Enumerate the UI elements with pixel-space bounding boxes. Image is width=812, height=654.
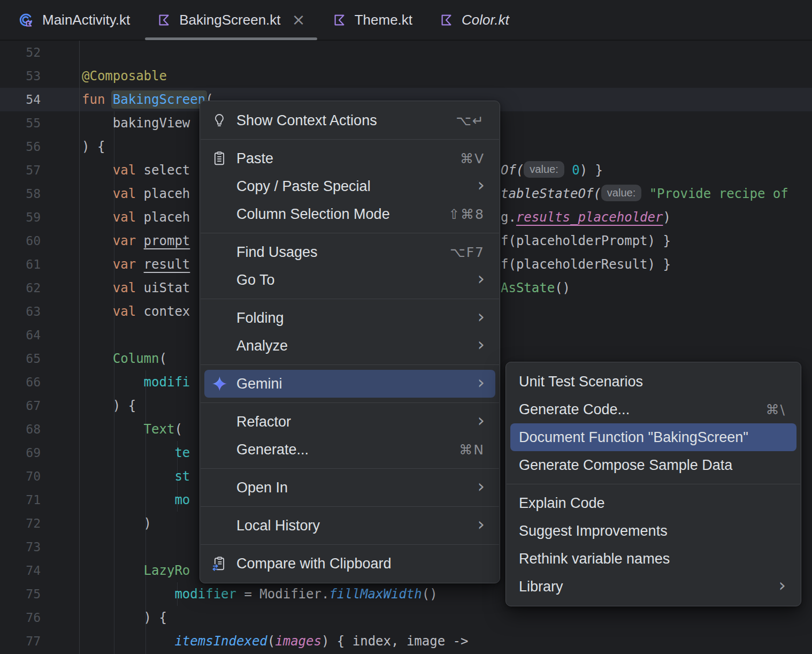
menu-item-label: Find Usages (236, 244, 437, 261)
submenu-chevron-icon: › (477, 269, 485, 287)
menu-item-suggest-improvements[interactable]: Suggest Improvements (510, 517, 796, 545)
line-number[interactable]: 62 (0, 276, 41, 300)
menu-item-find-usages[interactable]: Find Usages⌥F7 (204, 238, 495, 266)
line-number[interactable]: 59 (0, 206, 41, 229)
menu-item-show-context-actions[interactable]: Show Context Actions⌥↵ (204, 107, 495, 134)
tab-label: MainActivity.kt (42, 12, 130, 28)
menu-separator (201, 402, 499, 403)
line-number[interactable]: 72 (0, 512, 41, 535)
submenu-chevron-icon: › (477, 335, 485, 353)
shortcut-hint: ⌘\ (766, 402, 786, 417)
tab-bakingscreen-kt[interactable]: BakingScreen.kt× (143, 0, 318, 40)
menu-item-folding[interactable]: Folding› (204, 304, 495, 332)
menu-item-gemini[interactable]: Gemini› (204, 370, 495, 398)
menu-item-label: Generate... (236, 442, 446, 458)
line-number[interactable]: 66 (0, 370, 41, 394)
menu-item-paste[interactable]: Paste⌘V (204, 145, 495, 172)
lightbulb-icon (211, 112, 227, 128)
tab-mainactivity-kt[interactable]: MainActivity.kt (4, 0, 143, 40)
code-fragment-right: AsState() (501, 276, 570, 300)
menu-item-copy-paste-special[interactable]: Copy / Paste Special› (204, 172, 495, 200)
menu-item-compare-with-clipboard[interactable]: Compare with Clipboard (204, 550, 495, 577)
menu-item-generate-code[interactable]: Generate Code...⌘\ (510, 396, 796, 423)
line-number[interactable]: 61 (0, 253, 41, 276)
menu-separator (201, 139, 499, 140)
line-number[interactable]: 58 (0, 182, 41, 206)
submenu-chevron-icon: › (477, 515, 485, 533)
menu-item-label: Open In (236, 480, 464, 496)
line-number[interactable]: 76 (0, 606, 41, 629)
menu-item-open-in[interactable]: Open In› (204, 474, 495, 501)
line-number[interactable]: 75 (0, 582, 41, 606)
menu-item-label: Unit Test Scenarios (519, 374, 786, 390)
code-line-76[interactable]: ) { (82, 606, 812, 629)
menu-item-document-function-bakingscreen[interactable]: Document Function "BakingScreen" (510, 423, 796, 451)
line-number[interactable]: 74 (0, 559, 41, 582)
close-tab-icon[interactable]: × (292, 12, 305, 28)
line-number[interactable]: 63 (0, 300, 41, 323)
menu-separator (201, 364, 499, 365)
menu-item-label: Library (519, 579, 765, 595)
line-number[interactable]: 67 (0, 394, 41, 417)
menu-item-label: Generate Compose Sample Data (519, 457, 786, 474)
kotlin-file-icon (332, 13, 347, 27)
menu-item-label: Folding (236, 310, 464, 326)
submenu-chevron-icon: › (477, 307, 485, 325)
line-number[interactable]: 77 (0, 629, 41, 653)
menu-item-analyze[interactable]: Analyze› (204, 332, 495, 360)
code-line-77[interactable]: itemsIndexed(images) { index, image -> (82, 629, 812, 653)
line-number[interactable]: 52 (0, 41, 41, 64)
menu-item-generate-compose-sample-data[interactable]: Generate Compose Sample Data (510, 451, 796, 479)
tab-label: Color.kt (462, 12, 509, 28)
editor-tab-bar: MainActivity.ktBakingScreen.kt×Theme.ktC… (0, 0, 812, 41)
submenu-chevron-icon: › (778, 576, 786, 594)
menu-item-library[interactable]: Library› (510, 573, 796, 600)
code-fragment-right: f(placeholderResult) } (501, 253, 671, 276)
menu-item-label: Compare with Clipboard (236, 556, 485, 572)
line-number[interactable]: 69 (0, 441, 41, 465)
line-number[interactable]: 65 (0, 347, 41, 370)
line-number[interactable]: 57 (0, 158, 41, 182)
clipboard-icon (211, 150, 227, 166)
line-number[interactable]: 55 (0, 111, 41, 135)
line-number[interactable]: 73 (0, 535, 41, 559)
tab-label: BakingScreen.kt (179, 12, 280, 28)
menu-item-column-selection-mode[interactable]: Column Selection Mode⇧⌘8 (204, 200, 495, 228)
menu-item-label: Analyze (236, 338, 464, 354)
line-number[interactable]: 60 (0, 229, 41, 253)
tab-theme-kt[interactable]: Theme.kt (319, 0, 426, 40)
code-line-53[interactable]: @Composable (82, 64, 812, 88)
menu-item-label: Refactor (236, 414, 464, 430)
menu-item-generate[interactable]: Generate...⌘N (204, 436, 495, 463)
menu-item-label: Show Context Actions (236, 112, 443, 129)
menu-item-local-history[interactable]: Local History› (204, 512, 495, 539)
menu-item-refactor[interactable]: Refactor› (204, 408, 495, 436)
line-number[interactable]: 68 (0, 417, 41, 441)
shortcut-hint: ⌘N (459, 442, 485, 458)
line-number[interactable]: 70 (0, 465, 41, 488)
shortcut-hint: ⌥↵ (456, 113, 485, 128)
line-number[interactable]: 64 (0, 323, 41, 347)
menu-separator (201, 544, 499, 545)
menu-item-go-to[interactable]: Go To› (204, 266, 495, 294)
menu-item-rethink-variable-names[interactable]: Rethink variable names (510, 545, 796, 573)
tab-label: Theme.kt (355, 12, 412, 28)
line-number[interactable]: 54 (0, 88, 41, 111)
line-number[interactable]: 71 (0, 488, 41, 512)
clipboard-compare-icon (211, 556, 227, 572)
android-studio-window: MainActivity.ktBakingScreen.kt×Theme.ktC… (0, 0, 812, 654)
menu-separator (201, 468, 499, 469)
shortcut-hint: ⌥F7 (450, 245, 485, 260)
menu-item-label: Document Function "BakingScreen" (519, 429, 786, 446)
code-line-52[interactable] (82, 41, 812, 64)
submenu-chevron-icon: › (477, 477, 485, 495)
submenu-chevron-icon: › (477, 176, 485, 194)
menu-item-label: Column Selection Mode (236, 206, 435, 223)
line-number[interactable]: 53 (0, 64, 41, 88)
line-number[interactable]: 56 (0, 135, 41, 158)
menu-separator (201, 506, 499, 507)
code-fragment-right: f(placeholderPrompt) } (501, 229, 671, 253)
tab-color-kt[interactable]: Color.kt (426, 0, 523, 40)
menu-item-unit-test-scenarios[interactable]: Unit Test Scenarios (510, 368, 796, 396)
menu-item-explain-code[interactable]: Explain Code (510, 489, 796, 517)
